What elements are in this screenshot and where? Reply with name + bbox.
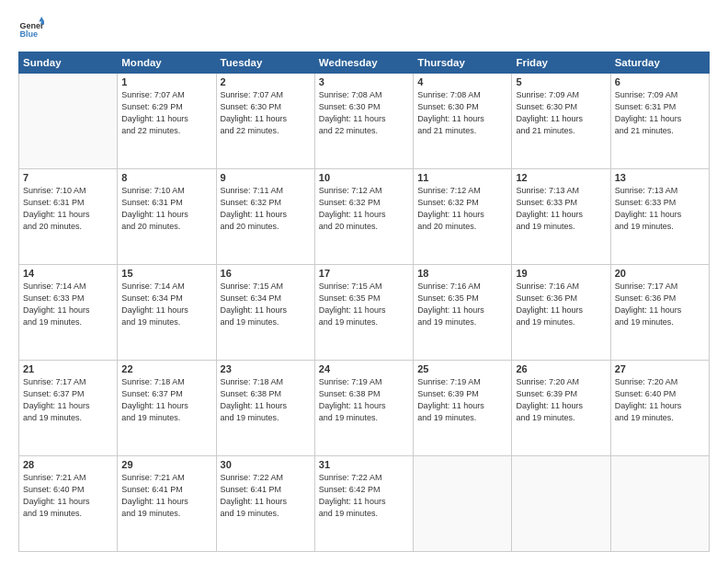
day-info: Sunrise: 7:13 AM Sunset: 6:33 PM Dayligh… [516, 185, 606, 233]
day-number: 27 [615, 363, 705, 374]
day-info: Sunrise: 7:20 AM Sunset: 6:39 PM Dayligh… [516, 376, 606, 424]
calendar-cell: 24Sunrise: 7:19 AM Sunset: 6:38 PM Dayli… [314, 361, 413, 456]
calendar-cell: 28Sunrise: 7:21 AM Sunset: 6:40 PM Dayli… [19, 456, 118, 552]
day-number: 16 [221, 268, 311, 279]
day-info: Sunrise: 7:12 AM Sunset: 6:32 PM Dayligh… [417, 185, 507, 233]
calendar-cell: 20Sunrise: 7:17 AM Sunset: 6:36 PM Dayli… [610, 265, 709, 361]
day-number: 21 [23, 363, 113, 374]
day-number: 30 [221, 459, 311, 470]
calendar-cell [414, 456, 512, 552]
calendar-week-row: 14Sunrise: 7:14 AM Sunset: 6:33 PM Dayli… [19, 265, 710, 361]
header: General Blue [18, 17, 710, 42]
svg-text:General: General [19, 21, 44, 30]
svg-text:Blue: Blue [19, 29, 38, 39]
weekday-header-sunday: Sunday [19, 52, 118, 74]
day-info: Sunrise: 7:16 AM Sunset: 6:35 PM Dayligh… [417, 281, 507, 328]
calendar-week-row: 7Sunrise: 7:10 AM Sunset: 6:31 PM Daylig… [19, 169, 710, 265]
day-info: Sunrise: 7:11 AM Sunset: 6:32 PM Dayligh… [221, 185, 311, 233]
calendar-cell: 5Sunrise: 7:09 AM Sunset: 6:30 PM Daylig… [512, 74, 610, 169]
day-number: 7 [23, 172, 113, 183]
day-info: Sunrise: 7:17 AM Sunset: 6:37 PM Dayligh… [23, 376, 113, 424]
day-info: Sunrise: 7:08 AM Sunset: 6:30 PM Dayligh… [417, 89, 507, 137]
day-info: Sunrise: 7:12 AM Sunset: 6:32 PM Dayligh… [319, 185, 409, 233]
day-info: Sunrise: 7:19 AM Sunset: 6:39 PM Dayligh… [417, 376, 507, 424]
calendar-cell: 4Sunrise: 7:08 AM Sunset: 6:30 PM Daylig… [414, 74, 512, 169]
calendar-cell: 29Sunrise: 7:21 AM Sunset: 6:41 PM Dayli… [118, 456, 216, 552]
day-info: Sunrise: 7:10 AM Sunset: 6:31 PM Dayligh… [23, 185, 113, 233]
calendar-table: SundayMondayTuesdayWednesdayThursdayFrid… [18, 52, 710, 552]
day-info: Sunrise: 7:20 AM Sunset: 6:40 PM Dayligh… [615, 376, 705, 424]
weekday-header-saturday: Saturday [610, 52, 709, 74]
day-number: 9 [221, 172, 311, 183]
calendar-cell: 1Sunrise: 7:07 AM Sunset: 6:29 PM Daylig… [118, 74, 216, 169]
calendar-cell: 12Sunrise: 7:13 AM Sunset: 6:33 PM Dayli… [512, 169, 610, 265]
day-number: 2 [221, 76, 311, 87]
day-number: 23 [221, 363, 311, 374]
day-number: 18 [417, 268, 507, 279]
calendar-cell: 6Sunrise: 7:09 AM Sunset: 6:31 PM Daylig… [610, 74, 709, 169]
weekday-header-thursday: Thursday [414, 52, 512, 74]
day-number: 1 [121, 76, 211, 87]
calendar-cell: 18Sunrise: 7:16 AM Sunset: 6:35 PM Dayli… [414, 265, 512, 361]
generalblue-logo-icon: General Blue [18, 17, 44, 42]
calendar-cell: 3Sunrise: 7:08 AM Sunset: 6:30 PM Daylig… [314, 74, 413, 169]
page: General Blue SundayMondayTuesdayWednesda… [0, 0, 728, 563]
day-number: 10 [319, 172, 409, 183]
calendar-cell: 11Sunrise: 7:12 AM Sunset: 6:32 PM Dayli… [414, 169, 512, 265]
day-number: 4 [417, 76, 507, 87]
calendar-cell: 22Sunrise: 7:18 AM Sunset: 6:37 PM Dayli… [118, 361, 216, 456]
calendar-cell: 23Sunrise: 7:18 AM Sunset: 6:38 PM Dayli… [216, 361, 314, 456]
calendar-cell: 19Sunrise: 7:16 AM Sunset: 6:36 PM Dayli… [512, 265, 610, 361]
day-number: 20 [615, 268, 705, 279]
calendar-cell: 7Sunrise: 7:10 AM Sunset: 6:31 PM Daylig… [19, 169, 118, 265]
day-number: 5 [516, 76, 606, 87]
day-info: Sunrise: 7:16 AM Sunset: 6:36 PM Dayligh… [516, 281, 606, 328]
calendar-week-row: 1Sunrise: 7:07 AM Sunset: 6:29 PM Daylig… [19, 74, 710, 169]
calendar-cell: 10Sunrise: 7:12 AM Sunset: 6:32 PM Dayli… [314, 169, 413, 265]
calendar-cell: 31Sunrise: 7:22 AM Sunset: 6:42 PM Dayli… [314, 456, 413, 552]
calendar-cell: 21Sunrise: 7:17 AM Sunset: 6:37 PM Dayli… [19, 361, 118, 456]
day-number: 11 [417, 172, 507, 183]
day-info: Sunrise: 7:14 AM Sunset: 6:34 PM Dayligh… [121, 281, 211, 328]
day-info: Sunrise: 7:21 AM Sunset: 6:41 PM Dayligh… [121, 472, 211, 520]
day-number: 29 [121, 459, 211, 470]
day-number: 15 [121, 268, 211, 279]
day-number: 31 [319, 459, 409, 470]
calendar-cell: 9Sunrise: 7:11 AM Sunset: 6:32 PM Daylig… [216, 169, 314, 265]
calendar-week-row: 28Sunrise: 7:21 AM Sunset: 6:40 PM Dayli… [19, 456, 710, 552]
day-number: 12 [516, 172, 606, 183]
day-info: Sunrise: 7:07 AM Sunset: 6:30 PM Dayligh… [221, 89, 311, 137]
day-info: Sunrise: 7:22 AM Sunset: 6:41 PM Dayligh… [221, 472, 311, 520]
weekday-header-monday: Monday [118, 52, 216, 74]
day-number: 26 [516, 363, 606, 374]
calendar-cell: 17Sunrise: 7:15 AM Sunset: 6:35 PM Dayli… [314, 265, 413, 361]
calendar-cell [512, 456, 610, 552]
day-number: 22 [121, 363, 211, 374]
day-number: 3 [319, 76, 409, 87]
day-info: Sunrise: 7:18 AM Sunset: 6:37 PM Dayligh… [121, 376, 211, 424]
day-info: Sunrise: 7:17 AM Sunset: 6:36 PM Dayligh… [615, 281, 705, 328]
calendar-cell [610, 456, 709, 552]
weekday-header-tuesday: Tuesday [216, 52, 314, 74]
day-info: Sunrise: 7:15 AM Sunset: 6:35 PM Dayligh… [319, 281, 409, 328]
calendar-cell: 25Sunrise: 7:19 AM Sunset: 6:39 PM Dayli… [414, 361, 512, 456]
day-info: Sunrise: 7:10 AM Sunset: 6:31 PM Dayligh… [121, 185, 211, 233]
day-info: Sunrise: 7:18 AM Sunset: 6:38 PM Dayligh… [221, 376, 311, 424]
day-info: Sunrise: 7:19 AM Sunset: 6:38 PM Dayligh… [319, 376, 409, 424]
day-number: 17 [319, 268, 409, 279]
logo: General Blue [18, 17, 48, 42]
calendar-cell: 16Sunrise: 7:15 AM Sunset: 6:34 PM Dayli… [216, 265, 314, 361]
calendar-cell: 30Sunrise: 7:22 AM Sunset: 6:41 PM Dayli… [216, 456, 314, 552]
day-number: 28 [23, 459, 113, 470]
day-number: 25 [417, 363, 507, 374]
day-info: Sunrise: 7:22 AM Sunset: 6:42 PM Dayligh… [319, 472, 409, 520]
day-number: 6 [615, 76, 705, 87]
day-number: 19 [516, 268, 606, 279]
day-number: 13 [615, 172, 705, 183]
day-info: Sunrise: 7:07 AM Sunset: 6:29 PM Dayligh… [121, 89, 211, 137]
day-number: 8 [121, 172, 211, 183]
calendar-cell: 26Sunrise: 7:20 AM Sunset: 6:39 PM Dayli… [512, 361, 610, 456]
calendar-cell: 8Sunrise: 7:10 AM Sunset: 6:31 PM Daylig… [118, 169, 216, 265]
calendar-cell: 27Sunrise: 7:20 AM Sunset: 6:40 PM Dayli… [610, 361, 709, 456]
day-info: Sunrise: 7:21 AM Sunset: 6:40 PM Dayligh… [23, 472, 113, 520]
